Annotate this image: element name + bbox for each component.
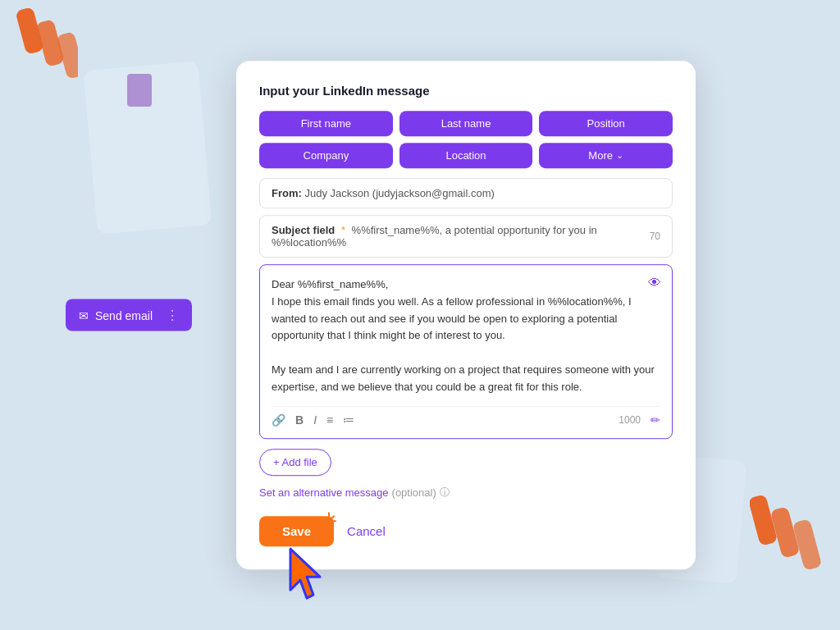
svg-rect-0 [16,8,44,55]
link-icon[interactable]: 🔗 [272,413,285,427]
subject-field[interactable]: Subject field * %%first_name%%, a potent… [259,215,673,258]
tag-company[interactable]: Company [259,143,393,168]
cancel-button[interactable]: Cancel [347,524,386,538]
from-label: From: [272,187,302,199]
email-icon: ✉ [79,308,89,322]
from-field: From: Judy Jackson (judyjackson@gmail.co… [259,178,673,208]
tag-first-name[interactable]: First name [259,111,393,136]
tag-more[interactable]: More ⌄ [539,143,673,168]
alt-message-label: Set an alternative message [259,486,389,499]
decoration-bottom-right [750,487,824,605]
svg-marker-9 [290,549,320,598]
italic-icon[interactable]: I [313,413,317,427]
ordered-list-icon[interactable]: ≡ [326,413,333,427]
alt-message-row[interactable]: Set an alternative message (optional) ⓘ [259,486,673,500]
from-value: Judy Jackson (judyjackson@gmail.com) [304,187,494,199]
tag-location[interactable]: Location [399,143,533,168]
tag-row-1: First name Last name Position [259,111,673,136]
unordered-list-icon[interactable]: ≔ [343,413,354,427]
message-text: Dear %%first_name%%, I hope this email f… [272,276,660,396]
message-wrapper: Dear %%first_name%%, I hope this email f… [259,264,673,439]
alt-optional-label: (optional) [392,486,436,499]
message-char-count: 1000 [619,414,641,426]
chevron-down-icon: ⌄ [616,150,623,161]
purple-decoration [127,74,152,107]
add-file-button[interactable]: + Add file [259,449,331,476]
info-icon: ⓘ [440,486,450,500]
decoration-top-left [16,8,78,118]
tag-row-2: Company Location More ⌄ [259,143,673,168]
eye-icon[interactable]: 👁 [648,276,661,290]
modal: Input your LinkedIn message First name L… [236,61,696,569]
svg-rect-5 [792,518,823,571]
message-area[interactable]: Dear %%first_name%%, I hope this email f… [259,264,673,439]
save-button[interactable]: Save [259,516,334,546]
tag-last-name[interactable]: Last name [399,111,533,136]
message-toolbar: 🔗 B I ≡ ≔ 1000 ✏ [272,406,660,427]
svg-rect-2 [56,31,78,80]
bold-icon[interactable]: B [295,413,304,427]
modal-title: Input your LinkedIn message [259,84,673,98]
subject-required: * [341,224,345,236]
cursor-arrow [282,541,331,609]
edit-icon[interactable]: ✏ [651,413,660,427]
tag-position[interactable]: Position [539,111,673,136]
more-dots: ⋮ [166,308,179,323]
left-panel: ✉ Send email ⋮ [66,299,192,331]
send-email-button[interactable]: ✉ Send email ⋮ [66,299,192,331]
subject-char-count: 70 [650,231,660,242]
svg-rect-4 [770,506,801,559]
svg-rect-3 [750,494,778,546]
svg-rect-1 [35,19,64,67]
subject-content: Subject field * %%first_name%%, a potent… [272,224,650,249]
subject-label: Subject field [272,224,335,236]
tag-more-label: More [588,149,613,162]
send-email-label: Send email [95,308,153,322]
footer-buttons: Save Cancel [259,516,673,546]
